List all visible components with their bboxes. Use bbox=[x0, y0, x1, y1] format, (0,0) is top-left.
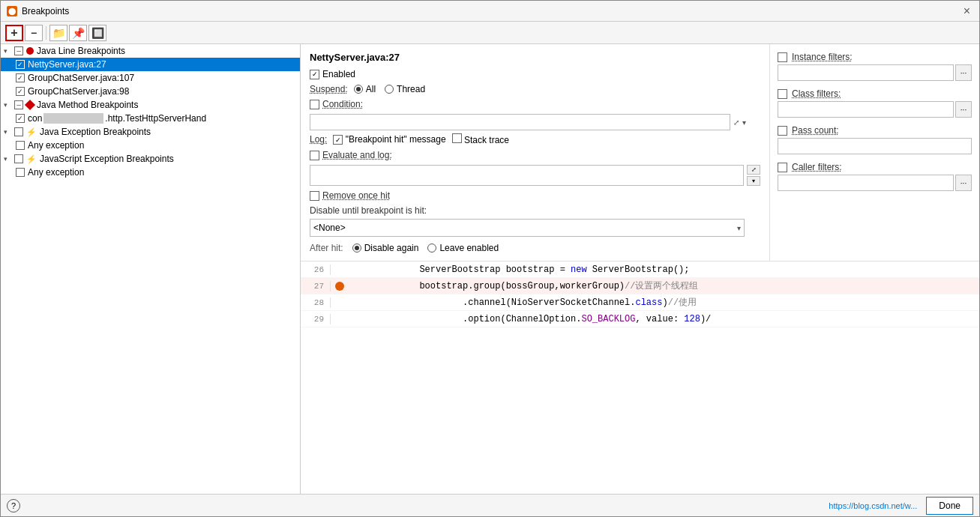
js-exception-checkbox[interactable] bbox=[14, 154, 23, 163]
evaluate-checkbox[interactable] bbox=[310, 151, 319, 160]
evaluate-row: Evaluate and log: bbox=[310, 150, 760, 160]
after-hit-leave-radio[interactable] bbox=[427, 244, 436, 253]
instance-filter-dots-btn[interactable]: ··· bbox=[955, 64, 972, 81]
toolbar: + − 📁 📌 🔲 bbox=[1, 22, 979, 44]
tree-section-java-method[interactable]: ▾ Java Method Breakpoints bbox=[1, 98, 300, 112]
instance-filter-checkbox[interactable] bbox=[778, 52, 787, 62]
js-any-exception-label: Any exception bbox=[28, 167, 84, 178]
line-code-26: ServerBootstrap bootstrap = new ServerBo… bbox=[349, 263, 695, 276]
code-area: 26 ServerBootstrap bootstrap = new Serve… bbox=[301, 261, 979, 494]
condition-input[interactable] bbox=[310, 114, 730, 130]
condition-label[interactable]: Condition: bbox=[310, 99, 363, 109]
help-button[interactable]: ? bbox=[7, 499, 20, 513]
log-row: Log: "Breakpoint hit" message Stack trac… bbox=[310, 133, 760, 145]
disable-until-dropdown[interactable]: <None> ▾ bbox=[310, 219, 745, 237]
caller-filter-item: Caller filters: ··· bbox=[778, 162, 972, 191]
pin-button[interactable]: 📌 bbox=[69, 25, 87, 41]
method-handler-checkbox[interactable] bbox=[16, 114, 25, 123]
tree-section-java-line[interactable]: ▾ Java Line Breakpoints bbox=[1, 44, 300, 58]
pass-count-input[interactable] bbox=[778, 138, 972, 154]
class-filter-input-row: ··· bbox=[778, 101, 972, 118]
log-bp-hit-label[interactable]: "Breakpoint hit" message bbox=[333, 134, 445, 145]
breakpoint-dot-27 bbox=[335, 282, 344, 291]
js-exception-label: JavaScript Exception Breakpoints bbox=[40, 154, 174, 164]
nettyserver-checkbox[interactable] bbox=[16, 60, 25, 69]
evaluate-corner-btns: ⤢ ▾ bbox=[747, 165, 760, 186]
tree-item-js-any-exception[interactable]: Any exception bbox=[1, 166, 300, 179]
class-filter-checkbox[interactable] bbox=[778, 89, 787, 99]
java-any-exception-checkbox[interactable] bbox=[16, 141, 25, 150]
remove-once-label[interactable]: Remove once hit bbox=[310, 190, 390, 201]
groupchat98-label: GroupChatServer.java:98 bbox=[28, 86, 129, 97]
bp-title: NettyServer.java:27 bbox=[310, 52, 760, 63]
suspend-all-label[interactable]: All bbox=[354, 84, 376, 94]
close-button[interactable]: × bbox=[961, 4, 973, 18]
remove-once-row: Remove once hit bbox=[310, 190, 760, 201]
log-bp-hit-checkbox[interactable] bbox=[333, 135, 343, 145]
suspend-label: Suspend: bbox=[310, 84, 348, 94]
tree-section-java-exception[interactable]: ▾ ⚡ Java Exception Breakpoints bbox=[1, 125, 300, 139]
code-line-26: 26 ServerBootstrap bootstrap = new Serve… bbox=[301, 261, 979, 278]
tree-item-groupchat107[interactable]: GroupChatServer.java:107 bbox=[1, 71, 300, 85]
condition-expand-icon[interactable]: ⤢ bbox=[733, 118, 739, 127]
java-method-checkbox[interactable] bbox=[14, 100, 23, 109]
enabled-label[interactable]: Enabled bbox=[310, 69, 355, 79]
disable-until-label: Disable until breakpoint is hit: bbox=[310, 205, 760, 216]
tree-section-js-exception[interactable]: ▾ ⚡ JavaScript Exception Breakpoints bbox=[1, 152, 300, 166]
java-line-label: Java Line Breakpoints bbox=[37, 46, 125, 56]
after-hit-disable-text: Disable again bbox=[364, 243, 419, 253]
code-line-28: 28 .channel(NioServerSocketChannel.class… bbox=[301, 294, 979, 311]
pass-count-label-row: Pass count: bbox=[778, 125, 972, 136]
js-any-exception-checkbox[interactable] bbox=[16, 168, 25, 177]
exception-arrow-icon: ▾ bbox=[4, 128, 11, 136]
done-button[interactable]: Done bbox=[926, 497, 973, 515]
class-filter-item: Class filters: ··· bbox=[778, 88, 972, 118]
after-hit-leave-label[interactable]: Leave enabled bbox=[427, 243, 499, 253]
java-exception-checkbox[interactable] bbox=[14, 127, 23, 136]
after-hit-disable-radio[interactable] bbox=[352, 244, 361, 253]
class-filter-input[interactable] bbox=[778, 101, 954, 118]
condition-checkbox[interactable] bbox=[310, 100, 319, 109]
suspend-all-radio[interactable] bbox=[354, 85, 363, 94]
view-button[interactable]: 🔲 bbox=[88, 25, 106, 41]
instance-filter-input[interactable] bbox=[778, 64, 954, 81]
evaluate-label[interactable]: Evaluate and log: bbox=[310, 150, 392, 160]
log-stack-trace-checkbox[interactable] bbox=[452, 133, 462, 143]
code-line-27: 27 bootstrap.group(bossGroup,workerGroup… bbox=[301, 278, 979, 294]
caller-filter-input[interactable] bbox=[778, 175, 954, 191]
after-hit-disable-label[interactable]: Disable again bbox=[352, 243, 419, 253]
condition-row: Condition: bbox=[310, 99, 760, 109]
evaluate-collapse-btn[interactable]: ▾ bbox=[747, 176, 760, 186]
tree-item-java-any-exception[interactable]: Any exception bbox=[1, 139, 300, 152]
groupchat98-checkbox[interactable] bbox=[16, 87, 25, 96]
tree-item-method-handler[interactable]: con .http.TestHttpServerHand bbox=[1, 112, 300, 125]
evaluate-input[interactable] bbox=[310, 165, 744, 186]
groupchat107-label: GroupChatServer.java:107 bbox=[28, 73, 134, 83]
tree-item-groupchat98[interactable]: GroupChatServer.java:98 bbox=[1, 85, 300, 98]
class-filter-dots-btn[interactable]: ··· bbox=[955, 101, 972, 118]
evaluate-expand-btn[interactable]: ⤢ bbox=[747, 165, 760, 175]
evaluate-text: Evaluate and log: bbox=[322, 150, 392, 160]
enabled-row: Enabled bbox=[310, 69, 760, 79]
add-button[interactable]: + bbox=[5, 25, 23, 41]
url-hint: https://blog.csdn.net/w... bbox=[829, 501, 917, 510]
suspend-all-text: All bbox=[366, 84, 376, 94]
suspend-thread-radio[interactable] bbox=[385, 85, 394, 94]
tree-item-nettyserver[interactable]: NettyServer.java:27 bbox=[1, 58, 300, 71]
suspend-thread-label[interactable]: Thread bbox=[385, 84, 425, 94]
condition-collapse-icon[interactable]: ▾ bbox=[742, 118, 746, 127]
remove-button[interactable]: − bbox=[25, 25, 43, 41]
left-panel: ▾ Java Line Breakpoints NettyServer.java… bbox=[1, 44, 301, 494]
enabled-checkbox[interactable] bbox=[310, 70, 319, 79]
java-line-checkbox[interactable] bbox=[14, 46, 23, 55]
caller-filter-dots-btn[interactable]: ··· bbox=[955, 175, 972, 191]
log-bp-hit-text: "Breakpoint hit" message bbox=[346, 134, 446, 145]
folder-button[interactable]: 📁 bbox=[49, 25, 67, 41]
pass-count-checkbox[interactable] bbox=[778, 126, 787, 136]
detail-top: NettyServer.java:27 Enabled Suspend: bbox=[301, 44, 979, 261]
groupchat107-checkbox[interactable] bbox=[16, 73, 25, 82]
js-arrow-icon: ▾ bbox=[4, 155, 11, 163]
caller-filter-checkbox[interactable] bbox=[778, 163, 787, 172]
log-stack-trace-label[interactable]: Stack trace bbox=[452, 133, 509, 145]
remove-once-checkbox[interactable] bbox=[310, 191, 319, 201]
